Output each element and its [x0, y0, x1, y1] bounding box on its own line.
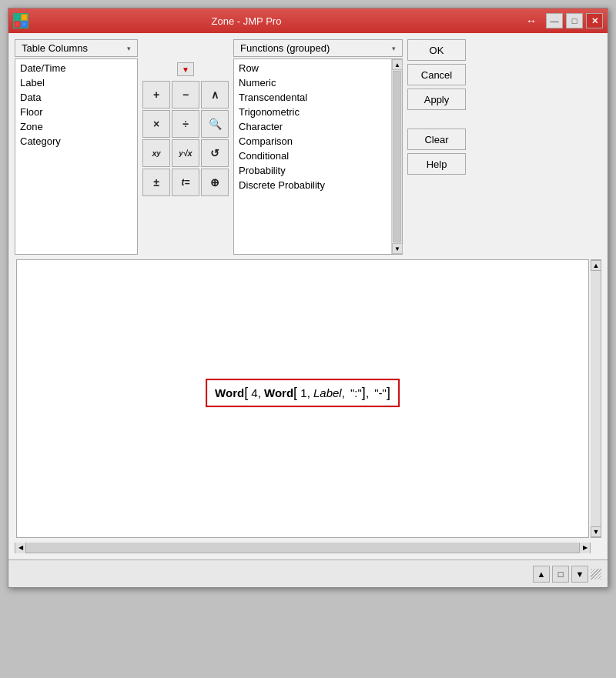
op-refresh[interactable]: ↺: [201, 139, 229, 167]
maximize-button[interactable]: □: [566, 13, 583, 28]
func-scroll-up[interactable]: ▲: [392, 59, 403, 70]
expr-scroll-track[interactable]: [591, 271, 601, 526]
table-columns-panel: Table Columns ▾ Date/Time Label Data Flo…: [15, 39, 138, 255]
scroll-track-h[interactable]: [26, 543, 579, 553]
expand-icon[interactable]: ↔: [526, 15, 537, 27]
minimize-button[interactable]: —: [546, 13, 563, 28]
table-columns-label: Table Columns: [22, 42, 88, 54]
functions-label: Functions (grouped): [240, 42, 330, 54]
list-item[interactable]: Data: [17, 90, 136, 105]
nav-square-button[interactable]: □: [552, 566, 569, 583]
func-item-row[interactable]: Row: [236, 61, 390, 75]
expression-area[interactable]: Word[ 4, Word[ 1, Label, ":"], "-"]: [16, 259, 589, 538]
small-arrow-button[interactable]: ▼: [177, 62, 194, 76]
list-item[interactable]: Zone: [17, 119, 136, 134]
list-item[interactable]: Category: [17, 134, 136, 149]
expr-scroll-up[interactable]: ▲: [591, 260, 601, 271]
expr-comma1: ,: [342, 386, 348, 399]
functions-dropdown[interactable]: Functions (grouped) ▾: [233, 39, 403, 57]
resize-grip: [591, 569, 601, 579]
expr-scroll-down[interactable]: ▼: [591, 526, 601, 537]
list-item[interactable]: Floor: [17, 105, 136, 119]
cancel-button[interactable]: Cancel: [407, 64, 466, 85]
operator-grid: + − ∧ × ÷ 🔍 xy y√x ↺ ± t= ⊕: [142, 81, 229, 196]
horizontal-scrollbar: ◀ ▶: [15, 543, 591, 553]
functions-panel: Functions (grouped) ▾ Row Numeric Transc…: [233, 39, 403, 255]
func-item-character[interactable]: Character: [236, 119, 390, 134]
func-item-discrete[interactable]: Discrete Probability: [236, 178, 390, 192]
expr-num1: 4,: [248, 386, 264, 399]
operators-panel: ▼ + − ∧ × ÷ 🔍 xy y√x ↺ ± t= ⊕: [142, 39, 229, 196]
functions-scrollbar: ▲ ▼: [391, 59, 402, 254]
table-columns-list[interactable]: Date/Time Label Data Floor Zone Category: [15, 58, 138, 255]
expr-word1: Word: [215, 386, 244, 399]
title-bar-controls: ↔ — □ ✕: [526, 13, 603, 28]
op-search[interactable]: 🔍: [201, 110, 229, 138]
expr-close-bracket2: ]: [387, 385, 390, 401]
op-circle-plus[interactable]: ⊕: [201, 169, 229, 196]
right-buttons: OK Cancel Apply Clear Help: [407, 39, 469, 175]
expr-num2: 1,: [297, 386, 313, 399]
func-item-comparison[interactable]: Comparison: [236, 134, 390, 149]
help-button[interactable]: Help: [407, 153, 466, 175]
ok-button[interactable]: OK: [407, 39, 466, 61]
op-divide[interactable]: ÷: [172, 110, 199, 138]
expr-str1: ":": [350, 386, 362, 399]
bottom-right: ▲ □ ▼: [533, 566, 601, 583]
func-item-conditional[interactable]: Conditional: [236, 149, 390, 163]
expr-label: Label: [313, 386, 342, 399]
expression-scrollbar: ▲ ▼: [591, 259, 601, 538]
bottom-bar: ▲ □ ▼: [8, 559, 608, 587]
main-content: Table Columns ▾ Date/Time Label Data Flo…: [8, 33, 608, 559]
func-scroll-track[interactable]: [393, 71, 401, 242]
functions-list[interactable]: Row Numeric Transcendental Trigonometric…: [234, 59, 391, 254]
expression-box: Word[ 4, Word[ 1, Label, ":"], "-"]: [206, 379, 400, 407]
window-title: Zone - JMP Pro: [0, 15, 526, 27]
table-columns-dropdown[interactable]: Table Columns ▾: [15, 39, 138, 57]
op-tequals[interactable]: t=: [172, 169, 199, 196]
table-columns-arrow: ▾: [127, 45, 131, 52]
op-root[interactable]: y√x: [172, 139, 199, 167]
scroll-right-btn[interactable]: ▶: [579, 543, 590, 553]
func-item-transcendental[interactable]: Transcendental: [236, 90, 390, 105]
expression-container: Word[ 4, Word[ 1, Label, ":"], "-"] ▲ ▼: [15, 259, 601, 538]
nav-down-button[interactable]: ▼: [571, 566, 588, 583]
title-bar: Zone - JMP Pro ↔ — □ ✕: [8, 8, 608, 33]
op-plus[interactable]: +: [142, 81, 170, 109]
op-minus[interactable]: −: [172, 81, 199, 109]
scroll-left-btn[interactable]: ◀: [15, 543, 26, 553]
op-times[interactable]: ×: [142, 110, 170, 138]
close-button[interactable]: ✕: [586, 13, 603, 28]
top-section: Table Columns ▾ Date/Time Label Data Flo…: [15, 39, 601, 255]
op-plusminus[interactable]: ±: [142, 169, 170, 196]
expr-comma2: ,: [366, 386, 372, 399]
expression-display: Word[ 4, Word[ 1, Label, ":"], "-"]: [17, 260, 588, 537]
clear-button[interactable]: Clear: [407, 129, 466, 150]
list-item[interactable]: Label: [17, 75, 136, 90]
functions-arrow: ▾: [392, 45, 396, 52]
op-power[interactable]: xy: [142, 139, 170, 167]
func-scroll-down[interactable]: ▼: [392, 243, 403, 254]
main-window: Zone - JMP Pro ↔ — □ ✕ Table Columns ▾ D…: [8, 8, 608, 588]
op-caret[interactable]: ∧: [201, 81, 229, 109]
func-item-probability[interactable]: Probability: [236, 163, 390, 178]
func-item-trigonometric[interactable]: Trigonometric: [236, 105, 390, 119]
apply-button[interactable]: Apply: [407, 89, 466, 110]
expr-word2: Word: [264, 386, 293, 399]
expr-str2: "-": [374, 386, 387, 399]
list-item[interactable]: Date/Time: [17, 61, 136, 75]
nav-up-button[interactable]: ▲: [533, 566, 550, 583]
functions-list-wrapper: Row Numeric Transcendental Trigonometric…: [233, 58, 403, 255]
func-item-numeric[interactable]: Numeric: [236, 75, 390, 90]
